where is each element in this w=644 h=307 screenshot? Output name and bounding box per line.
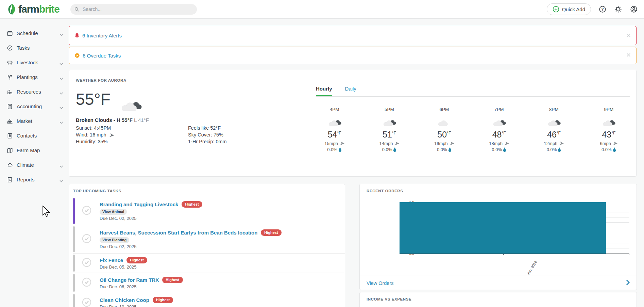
farmbrite-dashboard: farmbrite Quick Add ?: [0, 0, 644, 307]
task-title-link[interactable]: Clean Chicken Coop: [100, 297, 149, 303]
recent-orders-card: RECENT ORDERS 0.00.10.20.30.40.50.60.70.…: [359, 184, 637, 290]
sidebar-item-market[interactable]: Market: [0, 114, 68, 128]
help-icon[interactable]: ?: [598, 5, 607, 13]
complete-task-checkbox[interactable]: [82, 234, 91, 245]
gear-icon[interactable]: [614, 5, 622, 13]
close-icon[interactable]: [626, 52, 631, 59]
wind-direction-icon: [109, 133, 114, 137]
search-bar[interactable]: [70, 4, 197, 15]
weather-tabs: Hourly Daily: [316, 86, 356, 96]
sidebar-item-accounting[interactable]: Accounting: [0, 99, 68, 114]
plant-icon: [7, 74, 13, 80]
priority-badge: Highest: [182, 201, 202, 208]
svg-text:?: ?: [601, 7, 604, 11]
logo-text: farmbrite: [18, 3, 60, 15]
tab-daily[interactable]: Daily: [345, 86, 356, 96]
view-orders-link[interactable]: View Orders: [367, 280, 394, 286]
check-circle-icon: [7, 45, 13, 51]
task-due-date: Due Dec. 10, 2025: [100, 304, 173, 307]
task-accent-bar: [73, 294, 75, 307]
calculator-icon: [7, 103, 13, 110]
priority-badge: Highest: [261, 229, 281, 236]
wind-value: Wind: 16 mph: [76, 131, 114, 138]
task-due-date: Due Dec. 02, 2025: [100, 216, 202, 221]
farmbrite-logo[interactable]: farmbrite: [7, 3, 60, 15]
sidebar-item-farm-map[interactable]: Farm Map: [0, 143, 68, 158]
sidebar-item-plantings[interactable]: Plantings: [0, 70, 68, 84]
climate-icon: [7, 162, 13, 168]
search-input[interactable]: [82, 6, 193, 12]
sidebar-item-label: Schedule: [17, 30, 38, 36]
broken-clouds-icon: [581, 117, 636, 127]
droplet-icon: [448, 147, 452, 152]
income-card-title: INCOME VS EXPENSE: [367, 297, 637, 301]
droplet-icon: [393, 147, 396, 152]
complete-task-checkbox[interactable]: [82, 258, 91, 269]
task-title-link[interactable]: Fix Fence: [100, 257, 123, 263]
sidebar-item-label: Contacts: [17, 133, 37, 139]
complete-task-checkbox[interactable]: [82, 206, 91, 216]
x-axis-tick: [503, 254, 504, 255]
sidebar-item-reports[interactable]: Reports: [0, 172, 68, 187]
inventory-alerts-link[interactable]: 6 Inventory Alerts: [82, 33, 122, 38]
sidebar-item-livestock[interactable]: Livestock: [0, 55, 68, 70]
clouds-icon: [417, 117, 472, 127]
task-row: Clean Chicken Coop Highest Due Dec. 10, …: [73, 293, 345, 307]
task-accent-bar: [73, 274, 75, 292]
quick-add-button[interactable]: Quick Add: [547, 3, 591, 15]
priority-badge: Highest: [126, 257, 147, 263]
tab-hourly[interactable]: Hourly: [316, 86, 332, 96]
task-tag[interactable]: View Planting: [100, 237, 129, 243]
task-title-link[interactable]: Oil Change for Ram TRX: [100, 277, 159, 283]
income-vs-expense-card: INCOME VS EXPENSE: [359, 292, 637, 307]
inventory-alert-banner: 6 Inventory Alerts: [69, 26, 637, 45]
current-temperature: 55°F: [76, 90, 111, 109]
tractor-icon: [7, 88, 13, 95]
task-accent-bar: [73, 198, 75, 224]
report-icon: [7, 176, 13, 183]
upcoming-tasks-card: TOP UPCOMING TASKS Branding and Tagging …: [69, 184, 345, 307]
tasks-card-title: TOP UPCOMING TASKS: [73, 189, 345, 193]
sidebar-item-tasks[interactable]: Tasks: [0, 41, 68, 55]
close-icon[interactable]: [626, 33, 631, 39]
broken-clouds-icon: [526, 117, 581, 127]
chevron-down-icon: [60, 104, 63, 111]
task-tag[interactable]: View Animal: [100, 209, 127, 215]
broken-clouds-icon: [472, 117, 526, 127]
profile-icon[interactable]: [630, 5, 638, 13]
complete-task-checkbox[interactable]: [82, 297, 91, 307]
sidebar-item-contacts[interactable]: Contacts: [0, 128, 68, 143]
task-title-link[interactable]: Branding and Tagging Livestock: [100, 201, 178, 207]
orders-bar-chart: 0.00.10.20.30.40.50.60.70.80.91.0 Jan. 2…: [360, 184, 637, 290]
hour-forecast-4pm: 4PM 54°F 15mph 0.0%: [307, 107, 362, 152]
top-bar: farmbrite Quick Add ?: [0, 0, 644, 19]
search-icon: [74, 7, 79, 12]
task-title-link[interactable]: Harvest Beans, Succession Start Earlys f…: [100, 230, 257, 236]
hour-forecast-9pm: 9PM 43°F 6mph 0.0%: [581, 107, 636, 152]
chevron-right-icon[interactable]: [626, 279, 630, 287]
wind-direction-icon: [450, 142, 454, 145]
sidebar-item-label: Plantings: [17, 74, 38, 80]
sidebar-item-resources[interactable]: Resources: [0, 84, 68, 99]
chart-plot-area: 0.00.10.20.30.40.50.60.70.80.91.0 Jan. 2…: [400, 202, 629, 254]
wind-direction-icon: [613, 142, 617, 145]
sidebar-item-label: Market: [17, 118, 32, 124]
x-axis-label: Jan. 2026: [526, 260, 538, 275]
chevron-down-icon: [60, 75, 63, 81]
sidebar-item-climate[interactable]: Climate: [0, 158, 68, 172]
overdue-tasks-link[interactable]: 6 Overdue Tasks: [83, 53, 121, 59]
check-circle-icon: [74, 53, 80, 58]
complete-task-checkbox[interactable]: [82, 277, 91, 288]
calendar-icon: [7, 30, 13, 36]
hour-forecast-5pm: 5PM 51°F 14mph 0.0%: [362, 107, 417, 152]
weather-title: WEATHER FOR AURORA: [76, 78, 629, 82]
chevron-down-icon: [60, 119, 63, 125]
weather-card: WEATHER FOR AURORA 55°F Broken Clouds - …: [69, 70, 637, 177]
sidebar-item-schedule[interactable]: Schedule: [0, 26, 68, 41]
map-icon: [7, 147, 13, 154]
task-due-date: Due Dec. 05, 2025: [100, 264, 147, 270]
order-bar[interactable]: [400, 202, 606, 254]
sunset-value: Sunset: 4:45PM: [76, 125, 114, 131]
wind-direction-icon: [340, 142, 344, 145]
cow-icon: [7, 59, 13, 66]
